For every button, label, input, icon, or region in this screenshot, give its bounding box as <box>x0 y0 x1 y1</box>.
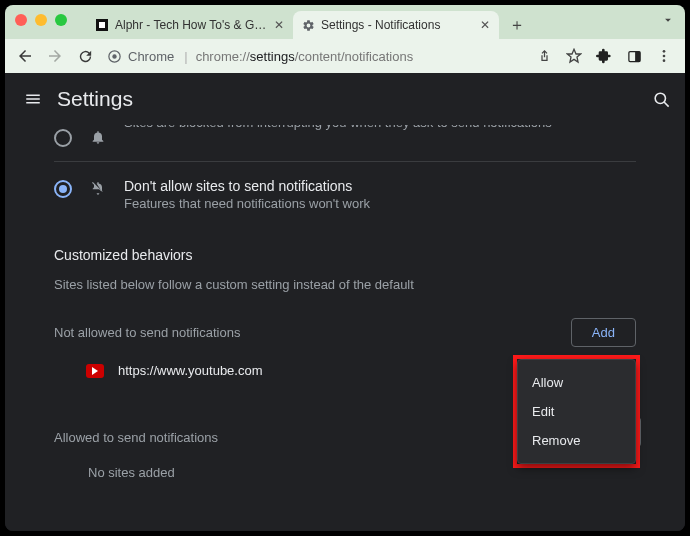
chrome-label: Chrome <box>128 49 174 64</box>
radio-quieter-messaging[interactable]: Use quieter messaging Sites are blocked … <box>54 127 636 162</box>
tab-strip: Alphr - Tech How To's & Guid ✕ Settings … <box>5 5 685 39</box>
not-allowed-header: Not allowed to send notifications Add <box>54 318 636 347</box>
page-title: Settings <box>57 87 652 111</box>
url-host: settings <box>250 49 295 64</box>
back-button[interactable] <box>11 42 39 70</box>
bell-off-icon <box>88 180 108 211</box>
customized-subtext: Sites listed below follow a custom setti… <box>54 277 636 292</box>
svg-rect-11 <box>26 102 40 104</box>
not-allowed-label: Not allowed to send notifications <box>54 325 240 340</box>
hamburger-menu-icon[interactable] <box>19 90 47 108</box>
svg-point-3 <box>112 54 116 58</box>
tab-title: Settings - Notifications <box>321 18 473 32</box>
svg-point-8 <box>663 59 666 62</box>
svg-rect-1 <box>99 22 105 28</box>
fullscreen-window-button[interactable] <box>55 14 67 26</box>
toolbar: Chrome | chrome://settings/content/notif… <box>5 39 685 73</box>
radio-title: Don't allow sites to send notifications <box>124 178 370 194</box>
radio-checked-icon <box>54 180 72 198</box>
radio-subtitle: Sites are blocked from interrupting you … <box>124 125 552 130</box>
svg-rect-10 <box>26 98 40 100</box>
svg-point-12 <box>655 93 665 103</box>
close-window-button[interactable] <box>15 14 27 26</box>
svg-rect-5 <box>635 51 640 61</box>
url-scheme: chrome:// <box>196 49 250 64</box>
window-controls <box>15 14 67 26</box>
url-path: /content/notifications <box>295 49 414 64</box>
share-button[interactable] <box>531 42 557 70</box>
reload-button[interactable] <box>71 42 99 70</box>
highlight-box: Allow Edit Remove <box>513 355 640 468</box>
bell-icon <box>88 129 108 147</box>
menu-edit[interactable]: Edit <box>518 397 635 426</box>
settings-header: Settings <box>5 73 685 125</box>
tab-title: Alphr - Tech How To's & Guid <box>115 18 267 32</box>
close-tab-icon[interactable]: ✕ <box>479 19 491 31</box>
context-menu: Allow Edit Remove <box>517 359 636 464</box>
minimize-window-button[interactable] <box>35 14 47 26</box>
forward-button[interactable] <box>41 42 69 70</box>
tab-list-dropdown-icon[interactable] <box>661 13 675 27</box>
new-tab-button[interactable]: ＋ <box>505 13 529 37</box>
radio-subtitle: Features that need notifications won't w… <box>124 196 370 211</box>
search-icon[interactable] <box>652 90 671 109</box>
overflow-menu-button[interactable] <box>651 42 677 70</box>
youtube-icon <box>86 364 104 378</box>
chrome-shield-icon <box>107 49 122 64</box>
separator: | <box>184 49 187 64</box>
svg-line-13 <box>664 102 669 107</box>
toolbar-right <box>531 42 677 70</box>
menu-remove[interactable]: Remove <box>518 426 635 455</box>
address-bar[interactable]: Chrome | chrome://settings/content/notif… <box>101 43 523 69</box>
browser-window: Alphr - Tech How To's & Guid ✕ Settings … <box>5 5 685 531</box>
bookmark-button[interactable] <box>561 42 587 70</box>
tab-settings[interactable]: Settings - Notifications ✕ <box>293 11 499 39</box>
gear-icon <box>301 18 315 32</box>
site-url: https://www.youtube.com <box>118 363 263 378</box>
tabs: Alphr - Tech How To's & Guid ✕ Settings … <box>87 5 535 39</box>
radio-text: Use quieter messaging Sites are blocked … <box>124 127 552 147</box>
alphr-favicon-icon <box>95 18 109 32</box>
close-tab-icon[interactable]: ✕ <box>273 19 285 31</box>
tab-alphr[interactable]: Alphr - Tech How To's & Guid ✕ <box>87 11 293 39</box>
add-button[interactable]: Add <box>571 318 636 347</box>
extensions-button[interactable] <box>591 42 617 70</box>
default-behavior-radios: Use quieter messaging Sites are blocked … <box>54 125 636 225</box>
customized-heading: Customized behaviors <box>54 247 636 263</box>
svg-point-7 <box>663 55 666 58</box>
svg-rect-9 <box>26 95 40 97</box>
radio-dont-allow[interactable]: Don't allow sites to send notifications … <box>54 162 636 225</box>
radio-text: Don't allow sites to send notifications … <box>124 178 370 211</box>
sidepanel-button[interactable] <box>621 42 647 70</box>
svg-point-6 <box>663 50 666 53</box>
content-area: Use quieter messaging Sites are blocked … <box>5 125 685 531</box>
menu-allow[interactable]: Allow <box>518 368 635 397</box>
radio-unchecked-icon <box>54 129 72 147</box>
